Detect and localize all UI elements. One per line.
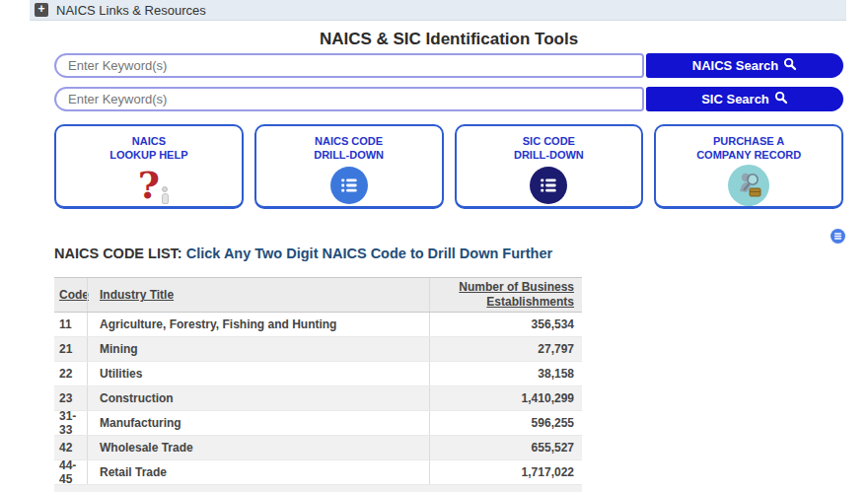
page-title: NAICS & SIC Identification Tools [54, 30, 843, 49]
table-row-partial[interactable] [54, 485, 582, 492]
naics-keyword-input[interactable] [54, 53, 644, 78]
table-row[interactable]: 31-33Manufacturing596,255 [54, 411, 582, 436]
naics-code-cell[interactable]: 31-33 [54, 409, 87, 437]
card-naics-lookup-help[interactable]: NAICS LOOKUP HELP ? [54, 124, 244, 209]
naics-search-button-label: NAICS Search [692, 58, 778, 73]
establishments-column-header[interactable]: Establishments [486, 295, 574, 310]
industry-title-cell: Agriculture, Forestry, Fishing and Hunti… [87, 313, 429, 336]
industry-title-cell: Utilities [87, 362, 429, 386]
naics-code-cell[interactable]: 44-45 [54, 458, 87, 486]
heading-instruction: Click Any Two Digit NAICS Code to Drill … [182, 246, 552, 261]
table-row[interactable]: 21Mining27,797 [54, 337, 582, 362]
naics-code-cell[interactable]: 11 [54, 317, 87, 331]
naics-code-table: Code Industry Title Number of Business E… [54, 277, 582, 492]
table-row[interactable]: 44-45Retail Trade1,717,022 [54, 460, 582, 485]
naics-code-cell[interactable]: 23 [54, 391, 87, 405]
naics-search-row: NAICS Search [54, 53, 843, 78]
establishment-count-cell: 356,534 [429, 313, 582, 336]
industry-title-cell: Retail Trade [87, 460, 429, 484]
establishments-column-header[interactable]: Number of Business [459, 280, 574, 295]
card-label: DRILL-DOWN [514, 148, 584, 162]
establishment-count-cell: 1,717,022 [429, 460, 582, 484]
establishment-count-cell: 38,158 [429, 362, 582, 386]
naics-code-list-heading: NAICS CODE LIST: Click Any Two Digit NAI… [54, 246, 552, 261]
naics-search-button[interactable]: NAICS Search [646, 53, 843, 78]
table-body: 11Agriculture, Forestry, Fishing and Hun… [54, 313, 582, 492]
sic-keyword-input[interactable] [54, 87, 644, 111]
card-label: DRILL-DOWN [314, 148, 384, 162]
floating-list-widget-button[interactable] [831, 229, 845, 244]
naics-code-cell[interactable]: 42 [54, 441, 87, 455]
industry-title-cell: Manufacturing [87, 411, 429, 435]
list-circle-icon [530, 167, 567, 204]
table-row[interactable]: 22Utilities38,158 [54, 362, 582, 387]
code-column-header[interactable]: Code [59, 288, 89, 302]
naics-code-cell[interactable]: 22 [54, 367, 87, 381]
card-label: SIC CODE [523, 134, 575, 148]
search-icon [774, 91, 788, 107]
card-purchase-company-record[interactable]: PURCHASE A COMPANY RECORD [654, 124, 843, 209]
expand-plus-icon[interactable]: + [35, 3, 48, 17]
card-naics-code-drill-down[interactable]: NAICS CODE DRILL-DOWN [254, 124, 444, 209]
industry-title-cell: Construction [87, 387, 429, 410]
card-label: NAICS CODE [315, 134, 383, 148]
card-label: PURCHASE A [713, 134, 784, 148]
tool-cards: NAICS LOOKUP HELP ? NAICS CODE DRILL-DOW… [54, 124, 843, 209]
industry-title-column-header[interactable]: Industry Title [100, 288, 174, 302]
search-icon [783, 57, 797, 74]
card-label: LOOKUP HELP [109, 148, 187, 162]
sic-search-button[interactable]: SIC Search [646, 87, 843, 111]
card-sic-code-drill-down[interactable]: SIC CODE DRILL-DOWN [455, 124, 644, 209]
naics-code-cell[interactable]: 21 [54, 342, 87, 356]
table-header-row: Code Industry Title Number of Business E… [54, 277, 582, 313]
establishment-count-cell: 655,527 [429, 436, 582, 459]
table-row[interactable]: 11Agriculture, Forestry, Fishing and Hun… [54, 313, 582, 337]
card-label: COMPANY RECORD [696, 148, 801, 162]
sic-search-button-label: SIC Search [701, 92, 769, 106]
person-figure-icon [160, 186, 170, 204]
establishment-count-cell: 1,410,299 [429, 387, 582, 410]
list-circle-icon [330, 167, 368, 204]
table-row[interactable]: 42Wholesale Trade655,527 [54, 436, 582, 460]
analyst-briefcase-icon [728, 165, 769, 206]
sic-search-row: SIC Search [54, 87, 843, 111]
industry-title-cell: Mining [87, 337, 429, 361]
question-mark-icon: ? [138, 165, 160, 206]
main-content: NAICS & SIC Identification Tools NAICS S… [54, 0, 843, 492]
establishment-count-cell: 27,797 [429, 337, 582, 361]
heading-prefix: NAICS CODE LIST: [54, 246, 182, 261]
card-label: NAICS [132, 134, 166, 148]
industry-title-cell: Wholesale Trade [87, 436, 429, 459]
establishment-count-cell: 596,255 [429, 411, 582, 435]
table-row[interactable]: 23Construction1,410,299 [54, 387, 582, 411]
list-icon [833, 232, 842, 241]
